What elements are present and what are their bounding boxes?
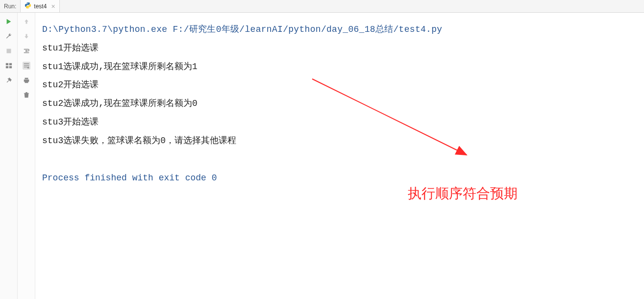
output-line: stu2选课成功,现在篮球课所剩名额为0	[42, 95, 637, 113]
tab-label: test4	[34, 3, 47, 10]
annotation-text: 执行顺序符合预期	[408, 179, 518, 208]
output-line: stu3选课失败，篮球课名额为0，请选择其他课程	[42, 132, 637, 150]
close-icon[interactable]: ×	[49, 3, 55, 10]
python-file-icon	[25, 2, 31, 10]
stop-icon[interactable]	[5, 47, 13, 55]
play-icon[interactable]	[5, 18, 13, 25]
output-line: stu1开始选课	[42, 39, 637, 58]
svg-rect-0	[6, 49, 11, 53]
output-line: stu2开始选课	[42, 76, 637, 95]
second-gutter	[18, 13, 35, 299]
output-line: stu3开始选课	[42, 113, 637, 132]
command-line: D:\Python3.7\python.exe F:/研究生0年级/learnA…	[42, 21, 637, 39]
run-tab[interactable]: test4 ×	[20, 0, 59, 12]
up-arrow-icon[interactable]	[23, 18, 30, 25]
run-label: Run:	[0, 3, 20, 10]
scroll-icon[interactable]	[23, 62, 30, 70]
svg-rect-3	[5, 66, 8, 68]
svg-rect-1	[5, 63, 8, 65]
wrench-icon[interactable]	[5, 32, 13, 40]
output-line: stu1选课成功,现在篮球课所剩名额为1	[42, 58, 637, 76]
svg-rect-2	[9, 63, 11, 65]
layout-icon[interactable]	[5, 62, 13, 70]
main-area: D:\Python3.7\python.exe F:/研究生0年级/learnA…	[0, 13, 644, 299]
print-icon[interactable]	[23, 76, 30, 84]
console-output[interactable]: D:\Python3.7\python.exe F:/研究生0年级/learnA…	[35, 13, 644, 299]
wrap-icon[interactable]	[23, 47, 30, 55]
pin-icon[interactable]	[5, 76, 13, 84]
exit-message: Process finished with exit code 0	[42, 169, 637, 188]
left-gutter	[0, 13, 18, 299]
trash-icon[interactable]	[23, 91, 30, 99]
run-toolbar: Run: test4 ×	[0, 0, 644, 13]
down-arrow-icon[interactable]	[23, 32, 30, 40]
svg-rect-4	[9, 66, 11, 68]
